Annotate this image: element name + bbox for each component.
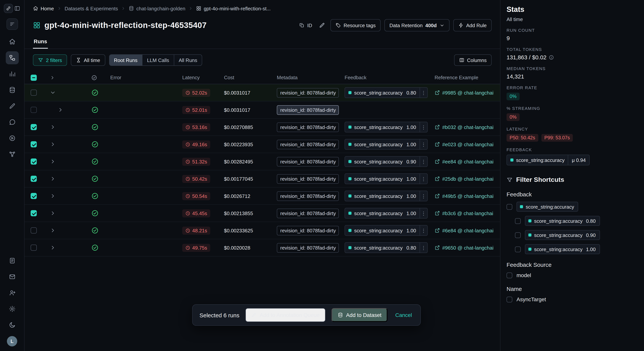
tab-runs[interactable]: Runs — [33, 36, 48, 48]
row-checkbox[interactable] — [31, 124, 37, 130]
add-rule-button[interactable]: Add Rule — [453, 19, 492, 32]
metadata-badge[interactable]: revision_id: 8078fad-dirty — [277, 122, 339, 132]
edit-name-button[interactable] — [318, 19, 327, 32]
segment-all-runs[interactable]: All Runs — [174, 55, 202, 66]
segment-root-runs[interactable]: Root Runs — [109, 55, 142, 66]
reference-example-link[interactable]: #e023 @ chat-langchai — [434, 142, 494, 147]
avatar[interactable]: L — [7, 336, 17, 346]
shortcut-checkbox[interactable] — [506, 296, 512, 302]
expand-row-icon[interactable] — [50, 193, 56, 199]
feedback-badge[interactable]: score_string:accuracy1.00⋮ — [344, 190, 428, 201]
sidebar-item-home[interactable] — [6, 35, 18, 48]
shortcut-checkbox[interactable] — [506, 204, 512, 210]
feedback-badge[interactable]: score_string:accuracy1.00⋮ — [344, 225, 428, 236]
table-row[interactable]: 53.16s $0.00270885 revision_id: 8078fad-… — [24, 119, 500, 136]
info-icon[interactable] — [549, 54, 554, 60]
table-row-child[interactable]: 52.01s $0.0031017 revision_id: 8078fad-d… — [24, 102, 500, 119]
sidebar-item-settings[interactable] — [6, 302, 18, 316]
feedback-badge[interactable]: score_string:accuracy1.00⋮ — [344, 174, 428, 184]
expand-row-icon[interactable] — [58, 107, 64, 113]
columns-button[interactable]: Columns — [454, 54, 492, 66]
table-row[interactable]: 50.42s $0.00177045 revision_id: 8078fad-… — [24, 170, 500, 188]
reference-example-link[interactable]: #6e84 @ chat-langchai — [434, 228, 494, 233]
row-checkbox[interactable] — [31, 158, 37, 164]
panel-toggle-icon[interactable] — [14, 5, 20, 12]
sidebar-item-deployments[interactable] — [6, 148, 18, 161]
expand-row-icon[interactable] — [50, 158, 56, 164]
reference-example-link[interactable]: #9985 @ chat-langchai — [434, 90, 494, 96]
feedback-badge[interactable]: score_string:accuracy0.90⋮ — [344, 156, 428, 167]
shortcut-item[interactable]: score_string:accuracy0.90 — [515, 230, 638, 240]
table-row[interactable]: 48.21s $0.00233625 revision_id: 8078fad-… — [24, 222, 500, 239]
sidebar-item-prompts[interactable] — [6, 116, 18, 128]
metadata-badge[interactable]: revision_id: 8078fad-dirty — [277, 88, 339, 98]
col-header-cost[interactable]: Cost — [224, 75, 277, 80]
filters-button[interactable]: 2 filters — [33, 54, 67, 66]
table-row[interactable]: 51.32s $0.00282495 revision_id: 8078fad-… — [24, 153, 500, 170]
breadcrumb-experiment[interactable]: gpt-4o-mini-with-reflection-st... — [196, 6, 271, 11]
sidebar-item-invite[interactable] — [6, 286, 18, 299]
feedback-menu-icon[interactable]: ⋮ — [420, 156, 427, 166]
add-to-annotation-queue-button[interactable]: Add to Annotation Queue — [246, 308, 325, 322]
row-checkbox[interactable] — [31, 210, 37, 216]
metadata-badge[interactable]: revision_id: 8078fad-dirty — [277, 174, 339, 184]
row-checkbox[interactable] — [31, 193, 37, 199]
breadcrumb-dataset[interactable]: chat-langchain-golden — [129, 6, 185, 11]
feedback-menu-icon[interactable]: ⋮ — [420, 88, 427, 98]
feedback-menu-icon[interactable]: ⋮ — [420, 191, 427, 201]
metadata-badge[interactable]: revision_id: 8078fad-dirty — [277, 140, 339, 149]
collapse-row-icon[interactable] — [50, 90, 56, 96]
feedback-badge[interactable]: score_string:accuracy1.00⋮ — [344, 208, 428, 218]
sidebar-item-datasets[interactable] — [6, 84, 18, 96]
expand-row-icon[interactable] — [50, 210, 56, 216]
feedback-badge[interactable]: score_string:accuracy0.80⋮ — [344, 87, 428, 98]
expand-row-icon[interactable] — [50, 176, 56, 182]
feedback-menu-icon[interactable]: ⋮ — [420, 139, 427, 149]
feedback-summary-badge[interactable]: score_string:accuracy μ 0.94 — [506, 155, 590, 165]
feedback-badge[interactable]: score_string:accuracy1.00⋮ — [344, 122, 428, 132]
reference-example-link[interactable]: #9650 @ chat-langchai — [434, 245, 494, 250]
shortcut-item[interactable]: model — [506, 272, 638, 278]
shortcut-item[interactable]: score_string:accuracy — [506, 202, 638, 212]
col-header-latency[interactable]: Latency — [180, 75, 224, 80]
sidebar-item-tracing[interactable] — [6, 51, 18, 64]
metadata-badge[interactable]: revision_id: 8078fad-dirty — [277, 208, 339, 218]
feedback-badge[interactable]: score_string:accuracy0.80⋮ — [344, 242, 428, 253]
col-header-feedback[interactable]: Feedback — [344, 75, 434, 80]
table-row[interactable]: 50.54s $0.0026712 revision_id: 8078fad-d… — [24, 188, 500, 205]
expand-row-icon[interactable] — [50, 227, 56, 234]
langsmith-logo[interactable] — [4, 4, 13, 13]
expand-row-icon[interactable] — [50, 244, 56, 251]
col-header-reference[interactable]: Reference Example — [434, 75, 500, 80]
table-row[interactable]: 49.16s $0.00223935 revision_id: 8078fad-… — [24, 136, 500, 153]
expand-row-icon[interactable] — [50, 124, 56, 130]
sidebar-item-playground[interactable] — [6, 132, 18, 145]
select-all-checkbox[interactable] — [31, 74, 37, 80]
feedback-badge[interactable]: score_string:accuracy1.00⋮ — [344, 139, 428, 150]
col-header-metadata[interactable]: Metadata — [277, 75, 344, 80]
metadata-badge[interactable]: revision_id: 8078fad-dirty — [277, 191, 339, 201]
shortcut-checkbox[interactable] — [515, 232, 521, 238]
feedback-menu-icon[interactable]: ⋮ — [420, 208, 427, 218]
resource-tags-button[interactable]: Resource tags — [330, 19, 381, 32]
expand-row-icon[interactable] — [50, 141, 56, 147]
time-range-button[interactable]: All time — [71, 54, 105, 66]
table-row[interactable]: 52.02s $0.0031017 revision_id: 8078fad-d… — [24, 84, 500, 102]
copy-id-button[interactable]: ID — [298, 19, 314, 32]
table-row[interactable]: 45.45s $0.00213855 revision_id: 8078fad-… — [24, 205, 500, 222]
row-checkbox[interactable] — [31, 227, 37, 234]
sidebar-item-theme[interactable] — [6, 318, 18, 332]
breadcrumb-datasets[interactable]: Datasets & Experiments — [64, 6, 118, 11]
feedback-menu-icon[interactable]: ⋮ — [420, 122, 427, 132]
shortcut-checkbox[interactable] — [515, 218, 521, 224]
metadata-badge[interactable]: revision_id: 8078fad-dirty — [277, 243, 339, 252]
table-row[interactable]: 49.75s $0.0020028 revision_id: 8078fad-d… — [24, 239, 500, 256]
reference-example-link[interactable]: #b3c6 @ chat-langchai — [434, 210, 493, 216]
sidebar-item-annotation[interactable] — [6, 100, 18, 112]
add-to-dataset-button[interactable]: Add to Dataset — [332, 308, 388, 322]
sidebar-item-feedback-mail[interactable] — [6, 270, 18, 283]
breadcrumb-home[interactable]: Home — [33, 6, 54, 11]
row-checkbox[interactable] — [31, 244, 37, 251]
shortcut-item[interactable]: score_string:accuracy0.80 — [515, 216, 638, 226]
metadata-badge[interactable]: revision_id: 8078fad-dirty — [277, 105, 339, 115]
